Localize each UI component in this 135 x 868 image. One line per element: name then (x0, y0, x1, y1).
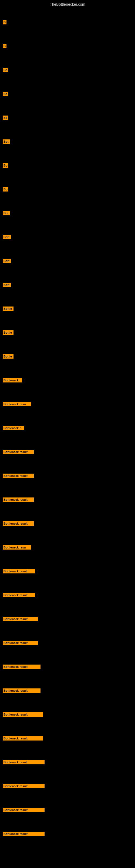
bar-row: Bo (3, 58, 132, 82)
bar-row: Bott (3, 273, 132, 297)
bar-row: Bott (3, 249, 132, 273)
bar-row: Bottleneck result (3, 488, 132, 512)
bar-row: Bott (3, 225, 132, 249)
bar-row: Bottle (3, 321, 132, 344)
bar-label: Bottleneck result (3, 521, 34, 526)
bar-row: Bottleneck resu (3, 392, 132, 416)
bar-row: Bottleneck result (3, 607, 132, 631)
bar-row: Bot (3, 130, 132, 154)
bar-label: Bottleneck result (3, 736, 43, 741)
bar-label: Bottleneck result (3, 760, 45, 764)
bar-label: Bot (3, 140, 10, 144)
bar-row: Bottleneck (3, 368, 132, 392)
bar-row: Bottleneck result (3, 726, 132, 750)
bar-row: Bottle (3, 344, 132, 368)
bar-label: Bottleneck result (3, 474, 34, 478)
bar-label: Bottleneck resu (3, 402, 31, 406)
bar-row: Bottleneck result (3, 703, 132, 726)
bar-label: Bottleneck result (3, 664, 41, 669)
bar-label: Bottleneck (3, 378, 22, 382)
bar-row: Bo (3, 106, 132, 130)
bar-label: Bo (3, 163, 8, 167)
bar-label: Bottleneck result (3, 497, 34, 502)
bar-label: Bottleneck result (3, 688, 41, 693)
bars-container: BBBoBoBoBotBoBoBotBottBottBottBottleBott… (0, 8, 135, 846)
bar-label: Bo (3, 116, 8, 120)
bar-label: Bottleneck result (3, 569, 35, 574)
bar-label: Bottleneck result (3, 450, 34, 454)
bar-label: Bottleneck result (3, 641, 38, 645)
bar-label: Bottleneck result (3, 617, 38, 621)
bar-label: Bottleneck result (3, 808, 45, 812)
bar-row: Bottleneck result (3, 440, 132, 464)
bar-label: Bott (3, 259, 11, 263)
bar-label: Bottleneck r (3, 426, 24, 430)
bar-row: Bo (3, 177, 132, 201)
bar-label: Bot (3, 211, 10, 215)
bar-label: Bo (3, 187, 8, 191)
bar-row: Bottleneck result (3, 798, 132, 822)
bar-label: B (3, 44, 6, 48)
bar-row: Bottleneck result (3, 631, 132, 655)
bar-row: Bottleneck result (3, 750, 132, 774)
bar-label: Bottle (3, 330, 13, 335)
bar-row: Bottleneck result (3, 774, 132, 798)
bar-row: Bottleneck result (3, 822, 132, 846)
bar-row: B (3, 10, 132, 34)
bar-label: Bott (3, 235, 11, 239)
bar-label: Bo (3, 68, 8, 72)
bar-row: Bottleneck r (3, 416, 132, 440)
bar-label: Bottleneck result (3, 712, 43, 717)
bar-row: Bottleneck resu (3, 535, 132, 559)
bar-row: Bottleneck result (3, 583, 132, 607)
bar-label: Bottleneck result (3, 832, 45, 836)
bar-row: Bottleneck result (3, 679, 132, 703)
bar-label: Bo (3, 92, 8, 96)
bar-label: Bottle (3, 307, 13, 311)
bar-row: Bottleneck result (3, 655, 132, 679)
bar-label: B (3, 20, 6, 24)
bar-label: Bottleneck resu (3, 545, 31, 550)
bar-row: Bottleneck result (3, 464, 132, 488)
bar-row: Bo (3, 154, 132, 177)
bar-label: Bottleneck result (3, 784, 45, 788)
bar-label: Bottle (3, 354, 13, 359)
site-title: TheBottlenecker.com (0, 0, 135, 8)
bar-row: B (3, 34, 132, 58)
bar-row: Bo (3, 82, 132, 106)
bar-row: Bottleneck result (3, 559, 132, 583)
bar-row: Bot (3, 201, 132, 225)
bar-row: Bottleneck result (3, 512, 132, 535)
bar-label: Bottleneck result (3, 593, 35, 597)
bar-row: Bottle (3, 297, 132, 321)
bar-label: Bott (3, 283, 11, 287)
